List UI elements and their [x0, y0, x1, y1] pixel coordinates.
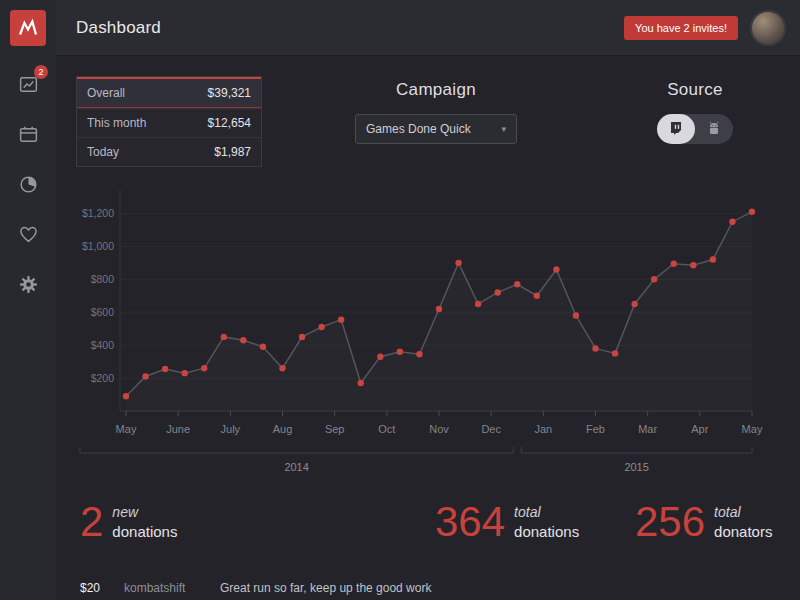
stat-value: $12,654	[208, 116, 251, 130]
header: Dashboard You have 2 invites!	[56, 0, 800, 56]
gear-icon	[18, 274, 39, 295]
svg-text:$1,200: $1,200	[82, 207, 114, 219]
source-heading: Source	[667, 80, 723, 100]
svg-text:Mar: Mar	[638, 423, 657, 435]
donation-list-item: $20 kombatshift Great run so far, keep u…	[80, 581, 431, 595]
svg-text:Aug: Aug	[273, 423, 293, 435]
stat-label: donations	[514, 523, 579, 540]
donation-donor: kombatshift	[124, 581, 220, 595]
twitch-icon	[668, 121, 684, 137]
sidebar-item-settings[interactable]	[16, 272, 40, 296]
svg-text:Nov: Nov	[429, 423, 449, 435]
stat-label: donations	[112, 523, 177, 540]
sidebar-item-campaigns[interactable]	[16, 122, 40, 146]
source-option-twitch[interactable]	[657, 114, 695, 144]
main-content: Overall $39,321 This month $12,654 Today…	[56, 56, 800, 600]
page-title: Dashboard	[76, 18, 161, 38]
campaign-section: Campaign Games Done Quick ▾	[262, 76, 610, 144]
app-logo[interactable]	[10, 10, 46, 46]
stat-qualifier: new	[112, 504, 177, 520]
stat-total-donations: 364 total donations	[435, 501, 579, 543]
invites-button[interactable]: You have 2 invites!	[624, 16, 738, 40]
table-row-this-month: This month $12,654	[77, 108, 261, 137]
donation-message: Great run so far, keep up the good work	[220, 581, 431, 595]
heart-icon	[18, 224, 39, 245]
campaign-heading: Campaign	[396, 80, 476, 100]
svg-text:$400: $400	[91, 339, 115, 351]
stat-label: Overall	[87, 86, 125, 100]
svg-text:Sep: Sep	[325, 423, 345, 435]
svg-text:Feb: Feb	[586, 423, 605, 435]
svg-text:Dec: Dec	[481, 423, 501, 435]
svg-text:$200: $200	[91, 372, 115, 384]
svg-text:2014: 2014	[284, 461, 308, 473]
stat-total-donators: 256 total donators	[635, 501, 772, 543]
avatar[interactable]	[750, 10, 786, 46]
stat-number: 2	[80, 501, 103, 543]
svg-text:May: May	[116, 423, 137, 435]
svg-text:2015: 2015	[624, 461, 648, 473]
notification-badge: 2	[34, 65, 48, 79]
svg-text:Oct: Oct	[378, 423, 395, 435]
campaign-dropdown[interactable]: Games Done Quick ▾	[355, 114, 517, 144]
stat-number: 256	[635, 501, 705, 543]
bottom-stats-section: 2 new donations 364 total donations 256 …	[76, 493, 780, 600]
calendar-icon	[18, 124, 39, 145]
header-right: You have 2 invites!	[624, 10, 786, 46]
stat-label: donators	[714, 523, 772, 540]
stat-qualifier: total	[714, 504, 772, 520]
svg-text:May: May	[742, 423, 763, 435]
donation-amount: $20	[80, 581, 124, 595]
sidebar-nav: 2	[0, 72, 56, 296]
sidebar: 2	[0, 0, 56, 600]
svg-text:Jan: Jan	[534, 423, 552, 435]
sidebar-item-dashboard[interactable]: 2	[16, 72, 40, 96]
sidebar-item-favorites[interactable]	[16, 222, 40, 246]
donations-line-chart: $200$400$600$800$1,000$1,200MayJuneJulyA…	[76, 181, 764, 479]
stat-number: 364	[435, 501, 505, 543]
svg-text:$600: $600	[91, 306, 115, 318]
chart-area: $200$400$600$800$1,000$1,200MayJuneJulyA…	[76, 181, 780, 483]
stat-label: This month	[87, 116, 146, 130]
table-row-today: Today $1,987	[77, 137, 261, 166]
pie-chart-icon	[18, 174, 39, 195]
svg-text:June: June	[166, 423, 190, 435]
android-icon	[706, 121, 722, 137]
chevron-down-icon: ▾	[501, 124, 506, 134]
stat-value: $1,987	[214, 145, 251, 159]
campaign-selected-value: Games Done Quick	[366, 122, 471, 136]
controls-row: Overall $39,321 This month $12,654 Today…	[76, 76, 780, 167]
stat-label: Today	[87, 145, 119, 159]
table-row-overall: Overall $39,321	[77, 77, 261, 108]
stat-new-donations: 2 new donations	[80, 501, 177, 543]
source-option-android[interactable]	[695, 114, 733, 144]
source-section: Source	[610, 76, 780, 144]
svg-text:$1,000: $1,000	[82, 240, 114, 252]
svg-text:Apr: Apr	[691, 423, 708, 435]
stat-qualifier: total	[514, 504, 579, 520]
stat-value: $39,321	[208, 86, 251, 100]
logo-mark-icon	[15, 15, 41, 41]
source-toggle	[657, 114, 733, 144]
sidebar-item-reports[interactable]	[16, 172, 40, 196]
summary-table: Overall $39,321 This month $12,654 Today…	[76, 76, 262, 167]
svg-text:$800: $800	[91, 273, 115, 285]
svg-text:July: July	[221, 423, 241, 435]
